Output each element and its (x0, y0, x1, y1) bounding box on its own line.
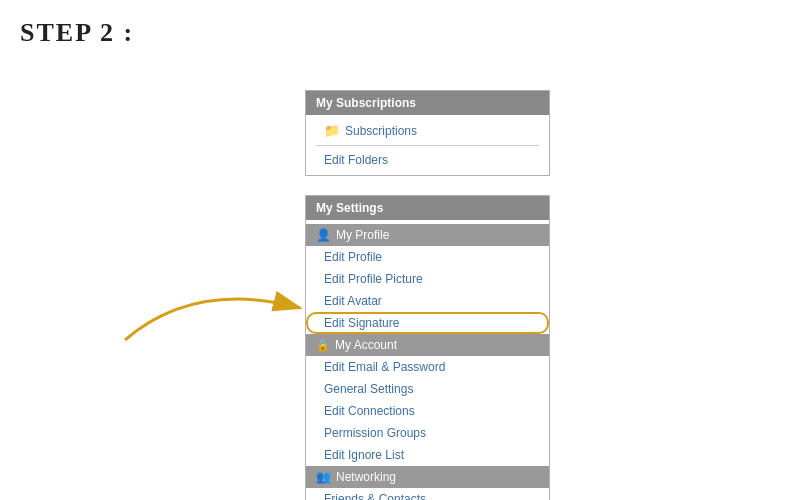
edit-email-password-item[interactable]: Edit Email & Password (306, 356, 549, 378)
step-title: STEP 2 : (20, 18, 134, 48)
edit-profile-picture-item[interactable]: Edit Profile Picture (306, 268, 549, 290)
edit-connections-item[interactable]: Edit Connections (306, 400, 549, 422)
permission-groups-item[interactable]: Permission Groups (306, 422, 549, 444)
divider (316, 145, 539, 146)
edit-signature-item[interactable]: Edit Signature (306, 312, 549, 334)
settings-panel-header: My Settings (306, 196, 549, 220)
edit-profile-item[interactable]: Edit Profile (306, 246, 549, 268)
general-settings-item[interactable]: General Settings (306, 378, 549, 400)
settings-panel: My Settings My Profile Edit Profile Edit… (305, 195, 550, 500)
subscriptions-panel-header: My Subscriptions (306, 91, 549, 115)
edit-avatar-item[interactable]: Edit Avatar (306, 290, 549, 312)
my-account-section: My Account (306, 334, 549, 356)
friends-contacts-item[interactable]: Friends & Contacts (306, 488, 549, 500)
subscriptions-panel: My Subscriptions 📁 Subscriptions Edit Fo… (305, 90, 550, 176)
edit-folders-item[interactable]: Edit Folders (306, 149, 549, 171)
arrow-indicator (115, 270, 315, 350)
lock-icon (316, 338, 330, 352)
user-icon (316, 228, 331, 242)
settings-panel-body: My Profile Edit Profile Edit Profile Pic… (306, 220, 549, 500)
folder-icon: 📁 (324, 123, 340, 138)
subscriptions-panel-body: 📁 Subscriptions Edit Folders (306, 115, 549, 175)
network-icon (316, 470, 331, 484)
edit-ignore-list-item[interactable]: Edit Ignore List (306, 444, 549, 466)
subscriptions-item[interactable]: 📁 Subscriptions (306, 119, 549, 142)
networking-section: Networking (306, 466, 549, 488)
my-profile-section: My Profile (306, 224, 549, 246)
